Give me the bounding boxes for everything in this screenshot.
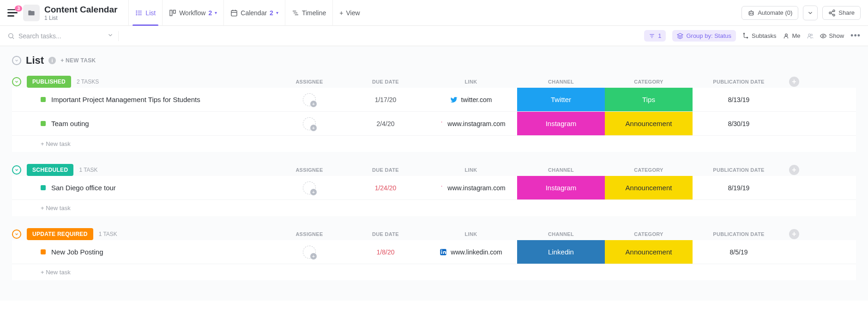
publication-date[interactable]: 8/30/19 <box>693 120 785 127</box>
channel-tag[interactable]: Instagram <box>517 112 605 135</box>
group-header: PUBLISHED 2 TASKS ASSIGNEE DUE DATE LINK… <box>12 76 856 88</box>
collapse-group-button[interactable] <box>12 165 21 175</box>
task-row[interactable]: Important Project Management Tips for St… <box>12 88 856 112</box>
automate-button[interactable]: Automate (0) <box>741 6 798 20</box>
publication-date[interactable]: 8/13/19 <box>693 96 785 103</box>
assignee-placeholder[interactable] <box>303 246 316 259</box>
link-cell[interactable]: www.instagram.com <box>425 184 517 192</box>
collapse-list-button[interactable] <box>12 56 21 65</box>
status-square-icon <box>41 249 46 254</box>
filter-button[interactable]: 1 <box>644 30 666 42</box>
menu-button[interactable]: 3 <box>7 9 18 17</box>
collapse-group-button[interactable] <box>12 229 21 239</box>
tab-calendar[interactable]: Calendar 2 ▾ <box>223 0 285 26</box>
status-pill[interactable]: PUBLISHED <box>27 76 71 88</box>
assignee-placeholder[interactable] <box>303 181 316 194</box>
search-dropdown[interactable] <box>107 32 114 40</box>
assignees-button[interactable] <box>807 33 814 39</box>
collapse-group-button[interactable] <box>12 77 21 86</box>
page-title: Content Calendar <box>44 5 117 15</box>
task-row[interactable]: San Diego office tour 1/24/20 www.instag… <box>12 176 856 200</box>
new-task-button[interactable]: + NEW TASK <box>60 57 96 64</box>
col-due-date: DUE DATE <box>346 231 425 237</box>
tab-workflow[interactable]: Workflow 2 ▾ <box>162 0 223 26</box>
add-column-button[interactable]: + <box>789 229 799 239</box>
tab-list[interactable]: List <box>128 0 162 26</box>
add-view-button[interactable]: + View <box>332 0 366 26</box>
list-title: List <box>26 54 44 66</box>
link-text: twitter.com <box>461 96 492 103</box>
status-pill[interactable]: SCHEDULED <box>27 164 73 176</box>
category-tag[interactable]: Announcement <box>605 112 693 135</box>
due-date[interactable]: 1/24/20 <box>346 184 425 192</box>
info-icon[interactable]: i <box>48 57 56 64</box>
tab-timeline[interactable]: Timeline <box>285 0 332 26</box>
group-header: UPDATE REQUIRED 1 TASK ASSIGNEE DUE DATE… <box>12 228 856 240</box>
svg-point-16 <box>750 13 750 13</box>
channel-tag[interactable]: Twitter <box>517 88 605 111</box>
add-column-button[interactable]: + <box>789 165 799 175</box>
new-task-row[interactable]: + New task <box>12 200 856 216</box>
show-button[interactable]: Show <box>820 32 844 39</box>
svg-rect-6 <box>170 10 172 16</box>
due-date[interactable]: 1/17/20 <box>346 96 425 103</box>
link-cell[interactable]: twitter.com <box>425 96 517 103</box>
divider <box>118 31 119 41</box>
link-cell[interactable]: www.instagram.com <box>425 120 517 127</box>
me-button[interactable]: Me <box>783 32 801 39</box>
group: PUBLISHED 2 TASKS ASSIGNEE DUE DATE LINK… <box>12 76 856 152</box>
chevron-down-icon: ▾ <box>276 10 278 15</box>
chevron-down-icon <box>107 32 114 38</box>
category-tag[interactable]: Announcement <box>605 240 693 264</box>
add-column-button[interactable]: + <box>789 77 799 87</box>
col-channel: CHANNEL <box>517 79 605 85</box>
svg-point-32 <box>785 34 787 36</box>
due-date[interactable]: 2/4/20 <box>346 120 425 127</box>
new-task-row[interactable]: + New task <box>12 136 856 152</box>
assignee-placeholder[interactable] <box>303 117 316 130</box>
channel-tag[interactable]: Instagram <box>517 176 605 199</box>
me-label: Me <box>792 32 801 39</box>
group-header: SCHEDULED 1 TASK ASSIGNEE DUE DATE LINK … <box>12 164 856 176</box>
people-icon <box>807 33 814 39</box>
instagram-icon <box>436 120 444 127</box>
group: SCHEDULED 1 TASK ASSIGNEE DUE DATE LINK … <box>12 164 856 216</box>
list-header: List i + NEW TASK <box>12 54 856 66</box>
svg-point-35 <box>822 35 824 37</box>
task-count: 1 TASK <box>79 167 97 173</box>
category-tag[interactable]: Announcement <box>605 176 693 199</box>
svg-line-22 <box>831 11 833 12</box>
svg-line-25 <box>12 37 14 39</box>
task-count: 2 TASKS <box>77 78 99 85</box>
assignee-placeholder[interactable] <box>303 93 316 106</box>
new-task-row[interactable]: + New task <box>12 264 856 280</box>
chevron-down-icon <box>14 79 19 84</box>
col-pub-date: PUBLICATION DATE <box>693 79 785 85</box>
publication-date[interactable]: 8/19/19 <box>693 184 785 192</box>
automate-dropdown[interactable] <box>803 6 818 20</box>
task-row[interactable]: New Job Posting 1/8/20 www.linkedin.com … <box>12 240 856 264</box>
svg-point-17 <box>752 13 752 13</box>
group-by-button[interactable]: Group by: Status <box>672 30 736 42</box>
svg-marker-29 <box>678 33 683 36</box>
more-button[interactable]: ••• <box>850 31 861 41</box>
col-channel: CHANNEL <box>517 167 605 173</box>
status-pill[interactable]: UPDATE REQUIRED <box>27 228 93 240</box>
tab-count: 2 <box>208 9 212 17</box>
linkedin-icon <box>440 248 447 256</box>
link-text: www.instagram.com <box>447 120 505 127</box>
share-button[interactable]: Share <box>822 6 861 20</box>
link-cell[interactable]: www.linkedin.com <box>425 248 517 256</box>
task-row[interactable]: Team outing 2/4/20 www.instagram.com Ins… <box>12 112 856 136</box>
subtasks-button[interactable]: Subtasks <box>742 32 776 39</box>
channel-tag[interactable]: Linkedin <box>517 240 605 264</box>
subtask-icon <box>742 33 749 39</box>
automate-label: Automate (0) <box>758 9 792 16</box>
due-date[interactable]: 1/8/20 <box>346 248 425 256</box>
publication-date[interactable]: 8/5/19 <box>693 248 785 256</box>
subtasks-label: Subtasks <box>752 32 776 39</box>
category-tag[interactable]: Tips <box>605 88 693 111</box>
notification-badge: 3 <box>15 6 22 12</box>
search-input[interactable] <box>18 32 103 40</box>
share-icon <box>828 9 836 17</box>
